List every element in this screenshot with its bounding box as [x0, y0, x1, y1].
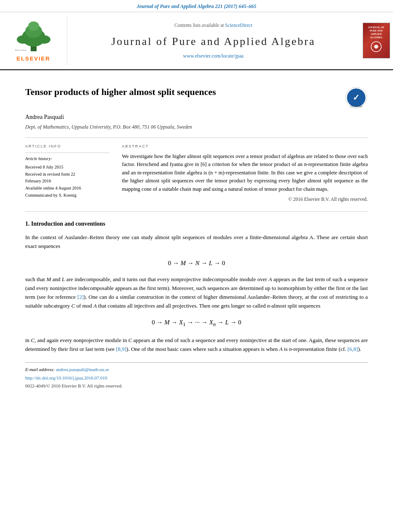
date-revised2: February 2016: [25, 178, 109, 185]
cover-title-text: JOURNAL OFPURE ANDAPPLIEDALGEBRA: [368, 26, 385, 39]
author-name: Andrea Pasquali: [25, 113, 368, 121]
cover-thumbnail: JOURNAL OFPURE ANDAPPLIEDALGEBRA: [363, 23, 390, 58]
banner-text: Journal of Pure and Applied Algebra 221 …: [137, 3, 256, 9]
crossmark-icon[interactable]: ✓ CrossMark: [345, 86, 368, 109]
abstract-copyright: © 2016 Elsevier B.V. All rights reserved…: [122, 196, 368, 203]
svg-point-3: [28, 21, 39, 31]
svg-text:✓: ✓: [353, 93, 360, 102]
article-info-panel: ARTICLE INFO Article history: Received 8…: [25, 144, 109, 203]
section1-paragraph3: in C, and again every nonprojective modu…: [25, 336, 368, 354]
article-info-label: ARTICLE INFO: [25, 144, 109, 150]
cover-decoration-icon: [368, 40, 385, 55]
journal-main-title: Journal of Pure and Applied Algebra: [111, 33, 316, 50]
journal-title-section: Contents lists available at ScienceDirec…: [67, 16, 359, 65]
svg-point-5: [38, 35, 50, 44]
journal-header: Non solus ELSEVIER Contents lists availa…: [0, 12, 393, 70]
history-label: Article history:: [25, 155, 109, 163]
article-info-abstract: ARTICLE INFO Article history: Received 8…: [25, 137, 368, 203]
journal-cover-right: JOURNAL OFPURE ANDAPPLIEDALGEBRA: [359, 16, 393, 65]
communicated-by: Communicated by S. Koenig: [25, 192, 109, 199]
date-revised: Received in revised form 22: [25, 171, 109, 178]
formula-1-text: 0 → M → N → L → 0: [168, 260, 225, 266]
date-online: Available online 4 August 2016: [25, 185, 109, 192]
article-title: Tensor products of higher almost split s…: [25, 86, 336, 98]
section-divider-1: [25, 211, 368, 212]
section1-paragraph1: In the context of Auslander–Reiten theor…: [25, 233, 368, 251]
sciencedirect-link[interactable]: ScienceDirect: [225, 23, 253, 28]
svg-text:Non solus: Non solus: [14, 48, 26, 52]
email-label: E-mail address:: [25, 367, 55, 372]
section1-paragraph2: such that M and L are indecomposable, an…: [25, 275, 368, 310]
footnote-section: E-mail address: andrea.pasquali@math.uu.…: [25, 362, 368, 390]
info-dates-block: Article history: Received 8 July 2015 Re…: [25, 153, 109, 199]
section1-heading: 1. Introduction and conventions: [25, 219, 368, 228]
svg-point-4: [17, 35, 29, 44]
svg-point-8: [375, 45, 378, 48]
elsevier-tree-icon: Non solus: [11, 18, 57, 52]
abstract-label: ABSTRACT: [122, 144, 368, 150]
abstract-text: We investigate how the higher almost spl…: [122, 153, 368, 193]
date-received: Received 8 July 2015: [25, 164, 109, 171]
doi-line[interactable]: http://dx.doi.org/10.1016/j.jpaa.2016.07…: [25, 374, 368, 382]
formula-2: 0 → M → X1 → ··· → Xn → L → 0: [25, 318, 368, 329]
formula-2-text: 0 → M → X1 → ··· → Xn → L → 0: [152, 319, 241, 326]
top-banner: Journal of Pure and Applied Algebra 221 …: [0, 0, 393, 12]
author-affiliation: Dept. of Mathematics, Uppsala University…: [25, 123, 368, 131]
contents-line: Contents lists available at ScienceDirec…: [174, 22, 252, 29]
svg-text:CrossMark: CrossMark: [350, 105, 363, 108]
issn-line: 0022-4049/© 2016 Elsevier B.V. All right…: [25, 382, 368, 390]
footnote-email: E-mail address: andrea.pasquali@math.uu.…: [25, 366, 368, 373]
elsevier-label: ELSEVIER: [16, 55, 50, 63]
email-value[interactable]: andrea.pasquali@math.uu.se: [56, 367, 109, 372]
elsevier-logo-section: Non solus ELSEVIER: [0, 16, 67, 65]
journal-url[interactable]: www.elsevier.com/locate/jpaa: [183, 52, 244, 60]
article-title-section: Tensor products of higher almost split s…: [25, 86, 368, 109]
abstract-panel: ABSTRACT We investigate how the higher a…: [122, 144, 368, 203]
formula-1: 0 → M → N → L → 0: [25, 258, 368, 268]
